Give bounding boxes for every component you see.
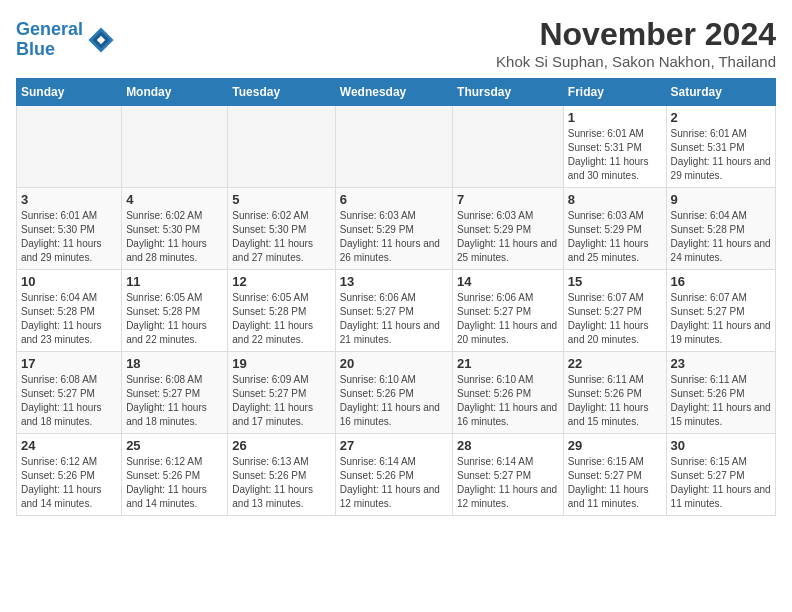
day-number: 28	[457, 438, 559, 453]
main-title: November 2024	[496, 16, 776, 53]
day-info: Sunrise: 6:06 AMSunset: 5:27 PMDaylight:…	[457, 291, 559, 347]
day-number: 27	[340, 438, 448, 453]
day-number: 10	[21, 274, 117, 289]
day-info: Sunrise: 6:05 AMSunset: 5:28 PMDaylight:…	[232, 291, 330, 347]
day-cell: 20Sunrise: 6:10 AMSunset: 5:26 PMDayligh…	[335, 352, 452, 434]
day-number: 24	[21, 438, 117, 453]
day-cell: 26Sunrise: 6:13 AMSunset: 5:26 PMDayligh…	[228, 434, 335, 516]
day-number: 8	[568, 192, 662, 207]
day-info: Sunrise: 6:01 AMSunset: 5:31 PMDaylight:…	[568, 127, 662, 183]
day-number: 7	[457, 192, 559, 207]
day-number: 15	[568, 274, 662, 289]
header-thursday: Thursday	[453, 79, 564, 106]
day-info: Sunrise: 6:04 AMSunset: 5:28 PMDaylight:…	[21, 291, 117, 347]
day-info: Sunrise: 6:11 AMSunset: 5:26 PMDaylight:…	[568, 373, 662, 429]
day-info: Sunrise: 6:03 AMSunset: 5:29 PMDaylight:…	[568, 209, 662, 265]
day-cell: 30Sunrise: 6:15 AMSunset: 5:27 PMDayligh…	[666, 434, 775, 516]
day-info: Sunrise: 6:08 AMSunset: 5:27 PMDaylight:…	[126, 373, 223, 429]
day-info: Sunrise: 6:15 AMSunset: 5:27 PMDaylight:…	[568, 455, 662, 511]
day-cell: 18Sunrise: 6:08 AMSunset: 5:27 PMDayligh…	[122, 352, 228, 434]
day-number: 4	[126, 192, 223, 207]
day-number: 6	[340, 192, 448, 207]
day-info: Sunrise: 6:03 AMSunset: 5:29 PMDaylight:…	[457, 209, 559, 265]
day-info: Sunrise: 6:12 AMSunset: 5:26 PMDaylight:…	[126, 455, 223, 511]
sub-title: Khok Si Suphan, Sakon Nakhon, Thailand	[496, 53, 776, 70]
day-info: Sunrise: 6:10 AMSunset: 5:26 PMDaylight:…	[340, 373, 448, 429]
day-info: Sunrise: 6:02 AMSunset: 5:30 PMDaylight:…	[232, 209, 330, 265]
day-number: 21	[457, 356, 559, 371]
day-info: Sunrise: 6:14 AMSunset: 5:26 PMDaylight:…	[340, 455, 448, 511]
week-row-5: 24Sunrise: 6:12 AMSunset: 5:26 PMDayligh…	[17, 434, 776, 516]
day-cell: 29Sunrise: 6:15 AMSunset: 5:27 PMDayligh…	[563, 434, 666, 516]
day-number: 13	[340, 274, 448, 289]
day-cell: 1Sunrise: 6:01 AMSunset: 5:31 PMDaylight…	[563, 106, 666, 188]
day-number: 26	[232, 438, 330, 453]
logo-icon	[87, 26, 115, 54]
day-cell: 28Sunrise: 6:14 AMSunset: 5:27 PMDayligh…	[453, 434, 564, 516]
day-cell: 9Sunrise: 6:04 AMSunset: 5:28 PMDaylight…	[666, 188, 775, 270]
day-number: 19	[232, 356, 330, 371]
day-info: Sunrise: 6:15 AMSunset: 5:27 PMDaylight:…	[671, 455, 771, 511]
header: General Blue November 2024 Khok Si Supha…	[16, 16, 776, 70]
day-number: 16	[671, 274, 771, 289]
day-number: 22	[568, 356, 662, 371]
day-cell: 27Sunrise: 6:14 AMSunset: 5:26 PMDayligh…	[335, 434, 452, 516]
day-info: Sunrise: 6:07 AMSunset: 5:27 PMDaylight:…	[671, 291, 771, 347]
day-cell: 17Sunrise: 6:08 AMSunset: 5:27 PMDayligh…	[17, 352, 122, 434]
day-cell: 22Sunrise: 6:11 AMSunset: 5:26 PMDayligh…	[563, 352, 666, 434]
day-number: 20	[340, 356, 448, 371]
day-cell: 3Sunrise: 6:01 AMSunset: 5:30 PMDaylight…	[17, 188, 122, 270]
day-cell: 15Sunrise: 6:07 AMSunset: 5:27 PMDayligh…	[563, 270, 666, 352]
calendar-table: SundayMondayTuesdayWednesdayThursdayFrid…	[16, 78, 776, 516]
day-info: Sunrise: 6:03 AMSunset: 5:29 PMDaylight:…	[340, 209, 448, 265]
week-row-2: 3Sunrise: 6:01 AMSunset: 5:30 PMDaylight…	[17, 188, 776, 270]
day-number: 30	[671, 438, 771, 453]
day-info: Sunrise: 6:14 AMSunset: 5:27 PMDaylight:…	[457, 455, 559, 511]
day-cell: 5Sunrise: 6:02 AMSunset: 5:30 PMDaylight…	[228, 188, 335, 270]
day-number: 17	[21, 356, 117, 371]
day-info: Sunrise: 6:09 AMSunset: 5:27 PMDaylight:…	[232, 373, 330, 429]
day-number: 25	[126, 438, 223, 453]
day-cell: 24Sunrise: 6:12 AMSunset: 5:26 PMDayligh…	[17, 434, 122, 516]
day-cell: 23Sunrise: 6:11 AMSunset: 5:26 PMDayligh…	[666, 352, 775, 434]
week-row-1: 1Sunrise: 6:01 AMSunset: 5:31 PMDaylight…	[17, 106, 776, 188]
day-number: 14	[457, 274, 559, 289]
header-saturday: Saturday	[666, 79, 775, 106]
day-info: Sunrise: 6:07 AMSunset: 5:27 PMDaylight:…	[568, 291, 662, 347]
day-cell: 21Sunrise: 6:10 AMSunset: 5:26 PMDayligh…	[453, 352, 564, 434]
day-cell	[228, 106, 335, 188]
header-tuesday: Tuesday	[228, 79, 335, 106]
day-cell: 19Sunrise: 6:09 AMSunset: 5:27 PMDayligh…	[228, 352, 335, 434]
day-number: 23	[671, 356, 771, 371]
day-cell: 6Sunrise: 6:03 AMSunset: 5:29 PMDaylight…	[335, 188, 452, 270]
day-number: 1	[568, 110, 662, 125]
day-number: 18	[126, 356, 223, 371]
header-monday: Monday	[122, 79, 228, 106]
header-wednesday: Wednesday	[335, 79, 452, 106]
day-number: 2	[671, 110, 771, 125]
day-cell: 12Sunrise: 6:05 AMSunset: 5:28 PMDayligh…	[228, 270, 335, 352]
day-cell	[335, 106, 452, 188]
day-number: 12	[232, 274, 330, 289]
day-info: Sunrise: 6:01 AMSunset: 5:30 PMDaylight:…	[21, 209, 117, 265]
calendar-header-row: SundayMondayTuesdayWednesdayThursdayFrid…	[17, 79, 776, 106]
week-row-3: 10Sunrise: 6:04 AMSunset: 5:28 PMDayligh…	[17, 270, 776, 352]
day-info: Sunrise: 6:01 AMSunset: 5:31 PMDaylight:…	[671, 127, 771, 183]
day-cell	[17, 106, 122, 188]
header-friday: Friday	[563, 79, 666, 106]
day-number: 11	[126, 274, 223, 289]
day-info: Sunrise: 6:04 AMSunset: 5:28 PMDaylight:…	[671, 209, 771, 265]
day-cell: 25Sunrise: 6:12 AMSunset: 5:26 PMDayligh…	[122, 434, 228, 516]
day-info: Sunrise: 6:11 AMSunset: 5:26 PMDaylight:…	[671, 373, 771, 429]
day-cell: 8Sunrise: 6:03 AMSunset: 5:29 PMDaylight…	[563, 188, 666, 270]
day-cell: 4Sunrise: 6:02 AMSunset: 5:30 PMDaylight…	[122, 188, 228, 270]
day-info: Sunrise: 6:10 AMSunset: 5:26 PMDaylight:…	[457, 373, 559, 429]
day-cell: 11Sunrise: 6:05 AMSunset: 5:28 PMDayligh…	[122, 270, 228, 352]
day-cell: 10Sunrise: 6:04 AMSunset: 5:28 PMDayligh…	[17, 270, 122, 352]
title-area: November 2024 Khok Si Suphan, Sakon Nakh…	[496, 16, 776, 70]
day-cell: 7Sunrise: 6:03 AMSunset: 5:29 PMDaylight…	[453, 188, 564, 270]
week-row-4: 17Sunrise: 6:08 AMSunset: 5:27 PMDayligh…	[17, 352, 776, 434]
logo: General Blue	[16, 20, 115, 60]
day-cell: 13Sunrise: 6:06 AMSunset: 5:27 PMDayligh…	[335, 270, 452, 352]
day-number: 9	[671, 192, 771, 207]
